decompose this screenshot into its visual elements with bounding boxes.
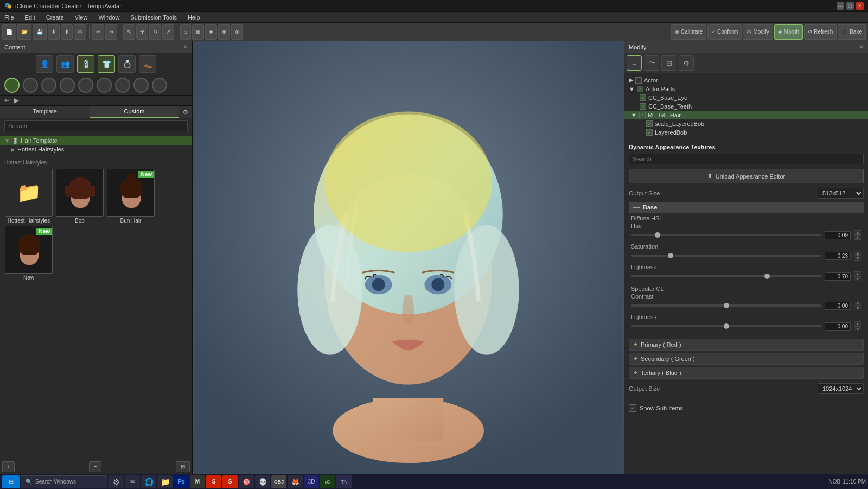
tab-settings-btn[interactable]: ⚙	[179, 106, 192, 118]
start-button[interactable]: ⊞	[2, 475, 20, 488]
show-sub-checkbox[interactable]: ✓	[629, 404, 636, 412]
saturation-slider[interactable]	[631, 255, 821, 257]
contrast-value-input[interactable]	[825, 302, 851, 310]
taskbar-app-temp[interactable]: TA	[336, 475, 352, 488]
bottom-output-select[interactable]: 1024x1024 512x512 2048x2048	[818, 383, 864, 394]
select-tool-button[interactable]: ↖	[123, 24, 135, 40]
sat-up-btn[interactable]: ▲	[854, 251, 861, 256]
contrast-down-btn[interactable]: ▼	[854, 306, 861, 310]
actor-item-layered[interactable]: ✓ LayeredBob	[624, 128, 868, 137]
camera-button[interactable]: ◈	[205, 24, 217, 40]
taskbar-search[interactable]: 🔍 Search Windows	[21, 475, 107, 488]
calibrate-button[interactable]: ⊕ Calibrate	[671, 24, 706, 40]
tertiary-header[interactable]: + Tertiary ( Blue )	[629, 367, 863, 378]
saturation-value-input[interactable]	[825, 252, 851, 260]
circle-btn-2[interactable]	[23, 78, 38, 93]
close-button[interactable]: ✕	[856, 2, 864, 10]
save-file-button[interactable]: 💾	[33, 24, 47, 40]
hue-value-input[interactable]	[825, 231, 851, 239]
actor-item-parts[interactable]: ▼ ✓ Actor Parts	[624, 85, 868, 93]
menu-submission-tools[interactable]: Submission Tools	[129, 14, 179, 21]
circle-btn-7[interactable]	[115, 78, 130, 93]
hair-icon-btn active[interactable]: 💈	[77, 55, 94, 73]
rt-wave-btn[interactable]: 〜	[644, 55, 659, 71]
light2-up-btn[interactable]: ▲	[854, 321, 861, 326]
morph-button[interactable]: ◈ Morph	[774, 24, 803, 40]
taskbar-app-s[interactable]: S	[206, 475, 221, 488]
circle-btn-6[interactable]	[97, 78, 112, 93]
rotate-tool-button[interactable]: ↻	[149, 24, 161, 40]
properties-search-input[interactable]	[629, 154, 864, 164]
bottom-add-button[interactable]: +	[89, 461, 102, 472]
taskbar-app-g2[interactable]: 💀	[255, 475, 270, 488]
frame-all-button[interactable]: ⊞	[192, 24, 204, 40]
content-item-new3[interactable]: New New	[4, 226, 53, 281]
scale-tool-button[interactable]: ⤢	[162, 24, 174, 40]
settings-button[interactable]: ⚙	[74, 24, 86, 40]
nav-forward-icon[interactable]: ▶	[14, 97, 19, 104]
tab-custom[interactable]: Custom	[90, 106, 179, 118]
face-icon-btn[interactable]: 👥	[56, 55, 74, 73]
right-panel-close-icon[interactable]: ✕	[859, 43, 864, 50]
hue-down-btn[interactable]: ▼	[854, 235, 861, 240]
export-button[interactable]: ⬆	[61, 24, 73, 40]
light-up-btn[interactable]: ▲	[854, 271, 861, 276]
bottom-view-button[interactable]: ⊞	[176, 461, 190, 472]
taskbar-app-settings[interactable]: ⚙	[108, 475, 124, 488]
taskbar-app-s2[interactable]: S	[222, 475, 238, 488]
taskbar-app-firefox[interactable]: 🦊	[288, 475, 303, 488]
menu-create[interactable]: Create	[44, 14, 66, 21]
actor-checkbox-layered[interactable]: ✓	[646, 129, 653, 136]
import-button[interactable]: ⬇	[48, 24, 60, 40]
wireframe-button[interactable]: ⊕	[218, 24, 230, 40]
circle-btn-3[interactable]	[41, 78, 56, 93]
actor-checkbox-scalp[interactable]: ✓	[646, 120, 653, 127]
actor-item-hair[interactable]: ▼ ✓ RL_G6_Hair	[624, 111, 868, 119]
actor-checkbox-teeth[interactable]: ✓	[640, 103, 646, 110]
undo-button[interactable]: ↩	[92, 24, 104, 40]
light-down-btn[interactable]: ▼	[854, 276, 861, 281]
taskbar-app-g1[interactable]: 🎯	[239, 475, 254, 488]
nav-back-icon[interactable]: ↩	[4, 97, 10, 104]
bake-button[interactable]: ⬛ Bake	[838, 24, 866, 40]
actor-item-eye[interactable]: ✓ CC_Base_Eye	[624, 93, 868, 102]
menu-window[interactable]: Window	[96, 14, 122, 21]
maximize-button[interactable]: □	[846, 2, 854, 10]
lightness2-value-input[interactable]	[825, 322, 851, 331]
clothes-icon-btn[interactable]: 👕	[98, 55, 115, 73]
light2-down-btn[interactable]: ▼	[854, 326, 861, 331]
hue-up-btn[interactable]: ▲	[854, 230, 861, 235]
tree-item-hottest[interactable]: ▶ Hottest Hairstyles	[0, 145, 192, 154]
base-section-header[interactable]: — Base	[629, 202, 864, 213]
circle-btn-9[interactable]	[152, 78, 167, 93]
accessory-icon-btn[interactable]: 💍	[118, 55, 136, 73]
modify-button[interactable]: ⚙ Modify	[743, 24, 773, 40]
secondary-header[interactable]: + Secondary ( Green )	[629, 353, 863, 364]
body-icon-btn[interactable]: 👤	[36, 55, 53, 73]
menu-view[interactable]: View	[73, 14, 90, 21]
contrast-up-btn[interactable]: ▲	[854, 301, 861, 306]
tab-template[interactable]: Template	[0, 106, 90, 118]
contrast-slider[interactable]	[631, 304, 821, 307]
move-tool-button[interactable]: ✛	[136, 24, 148, 40]
menu-file[interactable]: File	[2, 14, 16, 21]
actor-checkbox-hair[interactable]: ✓	[639, 112, 646, 118]
bottom-down-button[interactable]: ↓	[2, 461, 15, 472]
circle-btn-4[interactable]	[60, 78, 75, 93]
rt-settings-btn[interactable]: ⚙	[679, 55, 694, 71]
grid-button[interactable]: ⊗	[231, 24, 243, 40]
taskbar-app-3dcoat[interactable]: 3D	[304, 475, 319, 488]
primary-header[interactable]: + Primary ( Red )	[629, 339, 863, 350]
circle-btn-1[interactable]	[4, 78, 20, 93]
open-file-button[interactable]: 📂	[17, 24, 31, 40]
minimize-button[interactable]: —	[837, 2, 844, 10]
search-input[interactable]	[4, 120, 188, 131]
menu-edit[interactable]: Edit	[23, 14, 37, 21]
actor-item-scalp[interactable]: ✓ scalp_LayeredBob	[624, 119, 868, 128]
taskbar-app-browser[interactable]: 🌐	[141, 475, 156, 488]
redo-button[interactable]: ↪	[105, 24, 117, 40]
3d-viewport[interactable]	[193, 41, 624, 474]
rt-adjust-btn[interactable]: ≡	[627, 55, 642, 71]
conform-button[interactable]: ✓ Conform	[707, 24, 742, 40]
circle-btn-5[interactable]	[78, 78, 93, 93]
